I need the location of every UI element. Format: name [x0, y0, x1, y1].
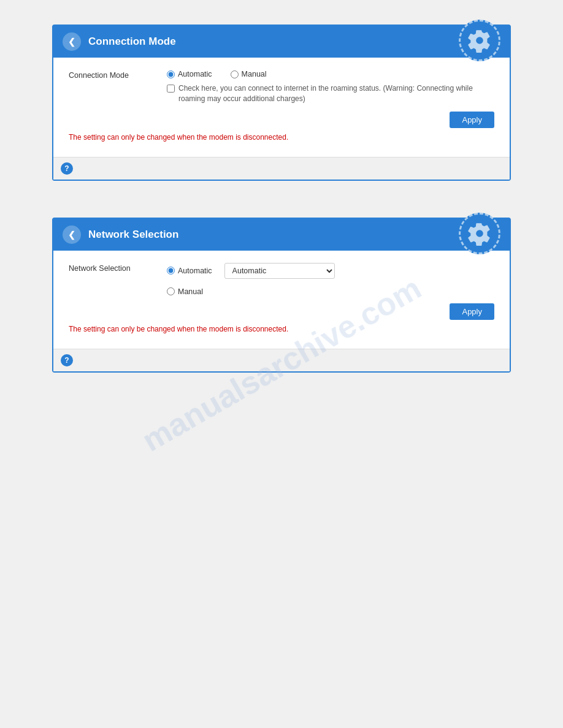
card2-automatic-row: Automatic Automatic [167, 263, 335, 279]
card1-checkbox-row: Check here, you can connect to internet … [167, 83, 494, 104]
card1-radio-automatic-text: Automatic [178, 70, 212, 78]
card2-body: Network Selection Automatic Automatic [53, 251, 510, 349]
card2-form-controls: Automatic Automatic Manual [167, 263, 335, 296]
card1-radio-automatic[interactable] [167, 70, 175, 78]
card2-help-icon[interactable]: ? [61, 354, 73, 366]
card1-title: Connection Mode [88, 36, 176, 48]
card2-radio-manual-label[interactable]: Manual [167, 287, 203, 296]
card1-radio-manual[interactable] [231, 70, 239, 78]
card1-back-button[interactable] [63, 32, 81, 51]
card2-gear-icon [459, 213, 500, 254]
card1-help-bar: ? [53, 157, 510, 180]
card1-radio-manual-text: Manual [242, 70, 267, 78]
card2-radio-manual-text: Manual [178, 287, 203, 296]
card2-network-selection-row: Network Selection Automatic Automatic [69, 263, 494, 296]
card1-form-controls: Automatic Manual Check here, you can con… [167, 70, 494, 104]
network-selection-card: Network Selection Network Selection Auto… [52, 218, 511, 373]
card2-network-dropdown[interactable]: Automatic [224, 263, 335, 279]
card2-help-bar: ? [53, 349, 510, 371]
card1-help-icon[interactable]: ? [61, 162, 73, 175]
card1-radio-automatic-label[interactable]: Automatic [167, 70, 212, 78]
card2-radio-automatic-text: Automatic [178, 267, 212, 275]
card1-roaming-checkbox[interactable] [167, 85, 175, 93]
card1-checkbox-text: Check here, you can connect to internet … [178, 83, 494, 104]
card1-radio-group: Automatic Manual [167, 70, 494, 78]
card1-connection-mode-label: Connection Mode [69, 70, 167, 80]
card1-radio-manual-label[interactable]: Manual [231, 70, 267, 78]
card2-radio-automatic-label[interactable]: Automatic [167, 267, 212, 275]
card2-network-selection-label: Network Selection [69, 263, 167, 273]
card2-back-button[interactable] [63, 226, 81, 244]
card1-apply-btn-row: Apply [69, 112, 494, 128]
card1-warning-text: The setting can only be changed when the… [69, 133, 494, 142]
card2-manual-row: Manual [167, 287, 335, 296]
card2-title: Network Selection [88, 229, 178, 241]
card1-connection-mode-row: Connection Mode Automatic Manual [69, 70, 494, 104]
card2-header: Network Selection [53, 219, 510, 251]
card2-apply-button[interactable]: Apply [450, 303, 494, 320]
card2-warning-text: The setting can only be changed when the… [69, 325, 494, 333]
card2-radio-manual[interactable] [167, 287, 175, 295]
card1-header: Connection Mode [53, 26, 510, 58]
card1-body: Connection Mode Automatic Manual [53, 58, 510, 157]
card1-gear-icon [459, 20, 500, 61]
card2-apply-btn-row: Apply [69, 303, 494, 320]
card2-radio-automatic[interactable] [167, 267, 175, 275]
card1-apply-button[interactable]: Apply [450, 112, 494, 128]
connection-mode-card: Connection Mode Connection Mode Automati… [52, 25, 511, 181]
